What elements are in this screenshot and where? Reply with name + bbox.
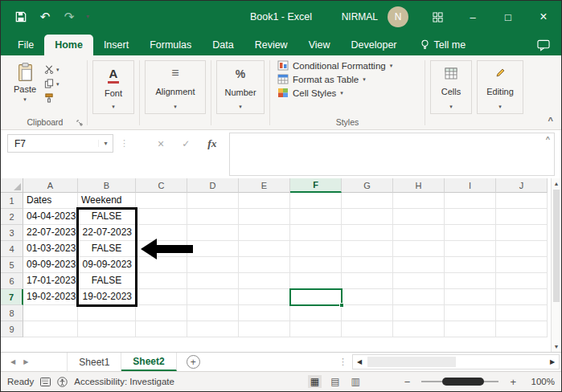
undo-icon[interactable]: ↶ [33, 6, 57, 28]
cell-I9[interactable] [445, 321, 496, 337]
column-header-H[interactable]: H [393, 178, 445, 193]
tab-formulas[interactable]: Formulas [139, 35, 202, 55]
cell-G3[interactable] [342, 225, 393, 241]
cell-F4[interactable] [290, 241, 342, 257]
cell-G2[interactable] [342, 209, 393, 225]
cell-J1[interactable] [496, 193, 548, 209]
cell-D5[interactable] [187, 257, 239, 273]
cell-C8[interactable] [136, 305, 187, 321]
tab-home[interactable]: Home [44, 35, 93, 55]
formula-bar-drag-handle[interactable]: ⋮ [120, 138, 129, 149]
cell-D8[interactable] [187, 305, 239, 321]
cell-H5[interactable] [393, 257, 445, 273]
row-header-3[interactable]: 3 [1, 225, 23, 241]
cell-B1[interactable]: Weekend [78, 193, 136, 209]
cell-I2[interactable] [445, 209, 496, 225]
cell-C5[interactable] [136, 257, 187, 273]
select-all-button[interactable] [1, 178, 23, 193]
column-header-J[interactable]: J [496, 178, 548, 193]
comments-icon[interactable] [537, 39, 550, 55]
cell-H8[interactable] [393, 305, 445, 321]
name-box[interactable]: F7 ▾ [7, 134, 113, 153]
cell-F5[interactable] [290, 257, 342, 273]
cell-A9[interactable] [23, 321, 78, 337]
cell-D7[interactable] [187, 289, 239, 305]
page-break-view-icon[interactable]: ▥ [348, 375, 362, 388]
cell-C7[interactable] [136, 289, 187, 305]
cell-J8[interactable] [496, 305, 548, 321]
cell-E6[interactable] [239, 273, 290, 289]
tell-me-button[interactable]: Tell me [420, 39, 466, 55]
name-box-dropdown-icon[interactable]: ▾ [98, 140, 113, 147]
cell-B5[interactable]: 09-09-2023 [78, 257, 136, 273]
conditional-formatting-button[interactable]: Conditional Formatting▾ [277, 60, 420, 71]
cancel-icon[interactable]: × [158, 137, 164, 150]
cell-J7[interactable] [496, 289, 548, 305]
cell-B9[interactable] [78, 321, 136, 337]
page-layout-view-icon[interactable]: ▤ [328, 375, 342, 388]
cell-styles-button[interactable]: Cell Styles▾ [277, 88, 420, 98]
macro-record-icon[interactable] [40, 378, 51, 386]
cell-E9[interactable] [239, 321, 290, 337]
cell-D2[interactable] [187, 209, 239, 225]
cell-J4[interactable] [496, 241, 548, 257]
horizontal-scroll-thumb[interactable] [367, 357, 456, 367]
tab-insert[interactable]: Insert [93, 35, 139, 55]
cell-A6[interactable]: 17-01-2023 [23, 273, 78, 289]
cell-I7[interactable] [445, 289, 496, 305]
cell-E4[interactable] [239, 241, 290, 257]
vertical-scroll-thumb[interactable] [553, 190, 560, 302]
column-header-E[interactable]: E [239, 178, 290, 193]
cell-H4[interactable] [393, 241, 445, 257]
sheet-tab-sheet2[interactable]: Sheet2 [121, 353, 176, 371]
scroll-right-icon[interactable]: ▶ [546, 358, 559, 365]
column-header-C[interactable]: C [136, 178, 187, 193]
scroll-left-icon[interactable]: ◀ [353, 358, 366, 365]
cell-D6[interactable] [187, 273, 239, 289]
tab-data[interactable]: Data [202, 35, 244, 55]
cell-B2[interactable]: FALSE [78, 209, 136, 225]
cell-I6[interactable] [445, 273, 496, 289]
copy-button[interactable]: ▾ [44, 79, 59, 88]
cell-G7[interactable] [342, 289, 393, 305]
column-header-I[interactable]: I [445, 178, 496, 193]
paste-button[interactable]: Paste ▾ [6, 58, 44, 116]
cells-group-button[interactable]: Cells ▾ [430, 60, 472, 114]
minimize-button[interactable]: – [455, 1, 490, 33]
cell-J9[interactable] [496, 321, 548, 337]
cell-A4[interactable]: 01-03-2023 [23, 241, 78, 257]
cell-F6[interactable] [290, 273, 342, 289]
ribbon-display-options-icon[interactable] [420, 1, 455, 33]
vertical-scroll-track[interactable] [552, 186, 561, 344]
cell-E7[interactable] [239, 289, 290, 305]
column-header-G[interactable]: G [342, 178, 393, 193]
cell-D4[interactable] [187, 241, 239, 257]
cell-A3[interactable]: 22-07-2023 [23, 225, 78, 241]
cell-A2[interactable]: 04-04-2023 [23, 209, 78, 225]
scroll-down-icon[interactable]: ▼ [554, 344, 560, 349]
cell-G8[interactable] [342, 305, 393, 321]
row-header-2[interactable]: 2 [1, 209, 23, 225]
zoom-out-button[interactable]: − [401, 376, 414, 388]
tab-developer[interactable]: Developer [341, 35, 408, 55]
customize-quick-access-icon[interactable]: ▾ [81, 6, 94, 28]
row-header-8[interactable]: 8 [1, 305, 23, 321]
cell-F3[interactable] [290, 225, 342, 241]
user-avatar[interactable]: N [388, 6, 408, 27]
cell-I5[interactable] [445, 257, 496, 273]
cell-J3[interactable] [496, 225, 548, 241]
cell-E5[interactable] [239, 257, 290, 273]
cell-B6[interactable]: FALSE [78, 273, 136, 289]
format-painter-button[interactable] [44, 93, 59, 103]
close-button[interactable]: × [526, 1, 561, 33]
cell-F9[interactable] [290, 321, 342, 337]
cell-E1[interactable] [239, 193, 290, 209]
cell-F1[interactable] [290, 193, 342, 209]
new-sheet-button[interactable]: + [187, 355, 200, 369]
row-header-1[interactable]: 1 [1, 193, 23, 209]
cell-F2[interactable] [290, 209, 342, 225]
cell-G9[interactable] [342, 321, 393, 337]
editing-group-button[interactable]: Editing ▾ [477, 60, 523, 114]
cell-H7[interactable] [393, 289, 445, 305]
cell-B8[interactable] [78, 305, 136, 321]
